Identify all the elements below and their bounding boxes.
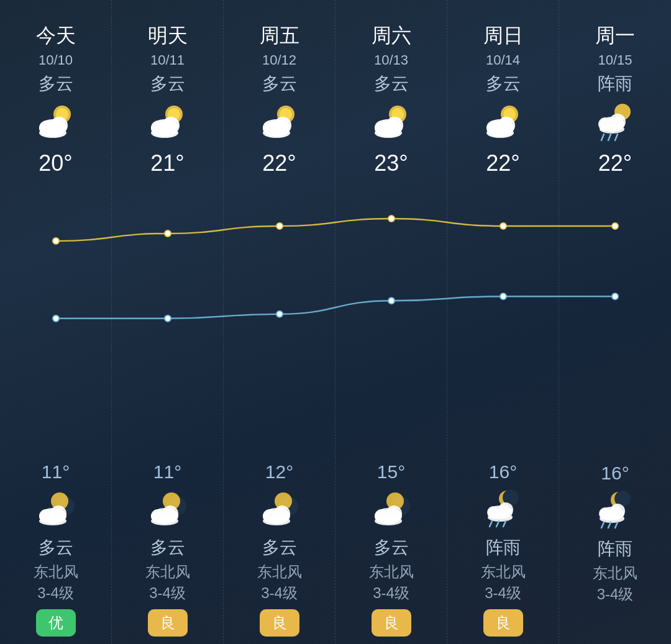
weather-top-4: 多云 [486,72,521,96]
wind-dir-4: 东北风 [481,562,526,582]
wind-level-4: 3-4级 [485,583,521,603]
top-icon-5 [590,101,640,144]
svg-line-60 [490,521,492,527]
weather-col-1: 明天 10/11 多云 21° 11° [112,0,224,644]
bot-icon-0 [31,488,81,531]
weather-col-2: 周五 10/12 多云 22° 12° [224,0,336,644]
svg-point-11 [39,517,66,525]
weather-bot-1: 多云 [150,536,185,560]
svg-line-77 [601,522,604,528]
svg-point-41 [375,128,402,138]
weather-bot-5: 阵雨 [598,537,632,561]
weather-top-5: 阵雨 [598,72,632,96]
wind-dir-1: 东北风 [145,562,190,582]
top-icon-2 [255,101,304,144]
aqi-badge-0: 优 [36,609,76,637]
wind-level-0: 3-4级 [37,583,74,603]
svg-line-61 [496,521,499,527]
temp-low-4: 16° [489,461,517,483]
top-icon-0 [31,101,81,144]
svg-point-47 [375,517,402,525]
weather-top-1: 多云 [150,72,185,96]
wind-level-1: 3-4级 [149,583,186,603]
weather-bot-4: 阵雨 [486,536,521,560]
temp-high-3: 23° [374,150,408,176]
svg-point-17 [151,128,178,138]
weather-bot-0: 多云 [39,536,73,560]
svg-point-5 [39,128,66,138]
day-label-2: 周五 [260,22,299,50]
top-icon-1 [143,101,193,144]
aqi-badge-1: 良 [148,609,188,637]
date-label-5: 10/15 [598,52,632,68]
svg-line-79 [615,522,618,528]
aqi-badge-3: 良 [372,609,411,637]
svg-line-62 [503,521,506,527]
day-label-0: 今天 [36,22,76,50]
svg-point-29 [263,128,290,138]
svg-point-67 [600,125,624,134]
date-label-2: 10/12 [262,52,296,68]
weather-col-3: 周六 10/13 多云 23° 15° [336,0,447,644]
svg-line-69 [608,134,611,140]
wind-dir-3: 东北风 [369,562,414,582]
temp-high-0: 20° [39,150,72,176]
date-label-4: 10/14 [486,52,520,68]
date-label-1: 10/11 [150,52,185,68]
svg-point-53 [486,128,514,138]
temp-low-2: 12° [265,461,293,483]
wind-dir-5: 东北风 [593,563,637,583]
weather-col-5: 周一 10/15 阵雨 22° 16° [559,0,671,644]
date-label-0: 10/10 [39,52,73,68]
wind-level-2: 3-4级 [261,583,298,603]
temp-low-5: 16° [601,463,629,484]
svg-line-78 [608,522,611,528]
temp-low-0: 11° [42,461,70,483]
svg-point-35 [263,517,290,525]
bot-icon-3 [367,488,416,531]
svg-line-70 [615,134,618,140]
day-label-1: 明天 [148,22,188,50]
aqi-badge-4: 良 [483,609,523,637]
temp-high-2: 22° [262,150,296,176]
aqi-badge-2: 良 [260,609,299,637]
bot-icon-2 [255,488,304,531]
svg-point-59 [488,513,513,522]
wind-level-3: 3-4级 [373,583,409,603]
temp-low-1: 11° [153,461,181,483]
svg-point-23 [151,517,178,525]
top-icon-3 [367,101,416,144]
temp-low-3: 15° [377,461,405,483]
weather-top-3: 多云 [374,72,409,96]
weather-col-0: 今天 10/10 多云 20° 11° [0,0,112,644]
wind-level-5: 3-4级 [597,584,634,604]
bot-icon-1 [143,488,193,531]
weather-col-4: 周日 10/14 多云 22° 16° [447,0,559,644]
weather-bot-2: 多云 [262,536,297,560]
day-label-3: 周六 [372,22,411,50]
weather-top-2: 多云 [262,72,297,96]
svg-line-68 [601,134,604,140]
wind-dir-0: 东北风 [34,562,78,582]
bot-icon-5 [590,489,640,532]
weather-grid: 今天 10/10 多云 20° 11° [0,0,671,644]
top-icon-4 [478,101,528,144]
date-label-3: 10/13 [374,52,408,68]
day-label-4: 周日 [483,22,523,50]
wind-dir-2: 东北风 [257,562,302,582]
temp-high-1: 21° [150,150,184,176]
bot-icon-4 [478,488,528,531]
day-label-5: 周一 [595,22,635,50]
temp-high-4: 22° [486,150,519,176]
weather-top-0: 多云 [39,72,73,96]
temp-high-5: 22° [598,150,632,176]
weather-bot-3: 多云 [374,536,409,560]
svg-point-76 [600,514,624,523]
